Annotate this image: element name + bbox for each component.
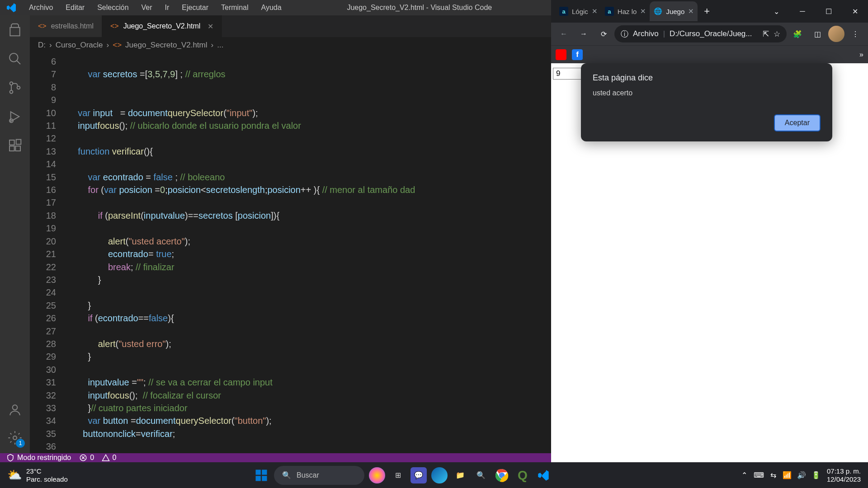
share-icon[interactable]: ⇱: [763, 29, 769, 39]
html-file-icon: <>: [110, 22, 119, 30]
status-bar: Modo restringido 0 0: [0, 453, 551, 462]
teams-icon[interactable]: 💬: [410, 467, 427, 483]
tray-sync-icon[interactable]: ⇆: [770, 471, 776, 479]
taskbar-search[interactable]: 🔍Buscar: [274, 466, 364, 485]
wifi-icon[interactable]: 📶: [783, 471, 792, 479]
address-bar[interactable]: ⓘ Archivo | D:/Curso_Oracle/Jueg... ⇱ ☆: [614, 25, 787, 42]
search-icon[interactable]: [8, 52, 22, 66]
weather-widget[interactable]: ⛅ 23°CParc. soleado: [0, 467, 75, 483]
close-icon[interactable]: ✕: [208, 22, 213, 31]
window-title: Juego_Secreto_V2.html - Visual Studio Co…: [288, 4, 551, 12]
forward-button[interactable]: →: [575, 25, 593, 43]
vscode-logo-icon: [0, 2, 23, 13]
tray-keyboard-icon[interactable]: ⌨: [754, 471, 764, 479]
browser-tab[interactable]: aLógic✕: [556, 1, 601, 21]
menu-selection[interactable]: Selección: [91, 0, 135, 15]
settings-badge: 1: [16, 439, 25, 448]
copilot-icon[interactable]: [369, 467, 385, 483]
chrome-icon[interactable]: [494, 467, 510, 483]
app-icon[interactable]: 🔍: [473, 467, 489, 483]
breadcrumb-segment[interactable]: Juego_Secreto_V2.html: [125, 41, 207, 50]
search-icon: 🔍: [282, 471, 291, 479]
explorer-icon[interactable]: [8, 23, 22, 37]
titlebar: Archivo Editar Selección Ver Ir Ejecutar…: [0, 0, 551, 15]
accept-button[interactable]: Aceptar: [774, 114, 821, 131]
dialog-message: usted acerto: [593, 89, 821, 97]
start-button[interactable]: [253, 467, 269, 483]
tab-estrellas[interactable]: <>estrellas.html: [30, 15, 102, 37]
windows-taskbar: ⛅ 23°CParc. soleado 🔍Buscar ⊞ 💬 📁 🔍 Q ⌃ …: [0, 462, 868, 488]
code-content[interactable]: var secretos =[3,5,7,9] ; // arreglos va…: [68, 53, 551, 453]
svg-point-3: [10, 90, 13, 94]
menu-view[interactable]: Ver: [135, 0, 159, 15]
browser-tab[interactable]: aHaz lo✕: [601, 1, 650, 21]
breadcrumb-segment[interactable]: Curso_Oracle: [56, 41, 103, 50]
svg-line-1: [17, 61, 20, 64]
battery-icon[interactable]: 🔋: [811, 471, 821, 479]
tab-title: Lógic: [572, 8, 588, 15]
youtube-bookmark-icon[interactable]: [556, 49, 566, 60]
chevron-down-icon[interactable]: ⌄: [763, 2, 789, 20]
vscode-window: Archivo Editar Selección Ver Ir Ejecutar…: [0, 0, 551, 462]
browser-tab-active[interactable]: 🌐Juego✕: [650, 1, 698, 21]
menu-terminal[interactable]: Terminal: [215, 0, 255, 15]
new-tab-button[interactable]: +: [698, 5, 716, 17]
close-icon[interactable]: ✕: [592, 7, 598, 15]
close-icon[interactable]: ✕: [688, 7, 694, 15]
chrome-window: aLógic✕ aHaz lo✕ 🌐Juego✕ + ⌄ ─ ☐ ✕ ← → ⟳…: [551, 0, 868, 462]
breadcrumb-segment[interactable]: D:: [38, 41, 46, 50]
settings-icon[interactable]: 1: [8, 431, 22, 445]
tray-chevron-icon[interactable]: ⌃: [741, 471, 747, 479]
file-explorer-icon[interactable]: 📁: [452, 467, 468, 483]
javascript-alert-dialog: Esta página dice usted acerto Aceptar: [581, 63, 832, 141]
breadcrumb[interactable]: D:› Curso_Oracle› <>Juego_Secreto_V2.htm…: [30, 37, 551, 53]
maximize-button[interactable]: ☐: [816, 2, 842, 20]
facebook-bookmark-icon[interactable]: f: [572, 49, 583, 60]
tab-label: Juego_Secreto_V2.html: [123, 22, 201, 30]
tab-juego-secreto[interactable]: <>Juego_Secreto_V2.html✕: [102, 15, 222, 37]
reload-button[interactable]: ⟳: [594, 25, 613, 43]
extensions-icon[interactable]: [8, 138, 22, 153]
tab-title: Juego: [666, 8, 684, 15]
run-debug-icon[interactable]: [8, 109, 22, 124]
chrome-toolbar: ← → ⟳ ⓘ Archivo | D:/Curso_Oracle/Jueg..…: [551, 23, 868, 45]
vscode-taskbar-icon[interactable]: [535, 467, 552, 483]
menu-bar: Archivo Editar Selección Ver Ir Ejecutar…: [23, 0, 288, 15]
bookmark-star-icon[interactable]: ☆: [774, 29, 780, 39]
dialog-title: Esta página dice: [593, 73, 821, 83]
menu-file[interactable]: Archivo: [23, 0, 59, 15]
code-editor[interactable]: 6789101112131415161718192021222324252627…: [30, 53, 551, 453]
profile-avatar[interactable]: [828, 26, 844, 42]
line-numbers: 6789101112131415161718192021222324252627…: [30, 53, 68, 453]
volume-icon[interactable]: 🔊: [797, 471, 806, 479]
menu-go[interactable]: Ir: [159, 0, 176, 15]
site-icon: a: [605, 7, 614, 16]
chevron-right-icon: ›: [107, 41, 109, 50]
clock[interactable]: 07:13 p. m.12/04/2023: [827, 467, 861, 483]
date: 12/04/2023: [827, 475, 861, 483]
extensions-icon[interactable]: 🧩: [788, 25, 807, 43]
restricted-mode[interactable]: Modo restringido: [6, 454, 71, 462]
edge-icon[interactable]: [431, 467, 448, 483]
menu-help[interactable]: Ayuda: [255, 0, 288, 15]
weather-icon: ⛅: [7, 468, 22, 482]
menu-run[interactable]: Ejecutar: [175, 0, 215, 15]
globe-icon: 🌐: [653, 7, 662, 16]
back-button[interactable]: ←: [555, 25, 573, 43]
close-icon[interactable]: ✕: [640, 7, 646, 15]
svg-rect-8: [15, 146, 20, 151]
sidepanel-icon[interactable]: ◫: [808, 25, 826, 43]
source-control-icon[interactable]: [8, 80, 22, 95]
menu-icon[interactable]: ⋮: [846, 25, 864, 43]
bookmarks-overflow[interactable]: »: [859, 51, 863, 59]
close-button[interactable]: ✕: [842, 2, 868, 20]
task-view-icon[interactable]: ⊞: [390, 467, 406, 483]
svg-point-0: [9, 53, 18, 62]
problems[interactable]: 0 0: [79, 454, 116, 462]
svg-point-11: [13, 436, 17, 440]
minimize-button[interactable]: ─: [789, 2, 816, 20]
qgis-icon[interactable]: Q: [514, 467, 531, 483]
breadcrumb-more[interactable]: ...: [217, 41, 223, 50]
menu-edit[interactable]: Editar: [59, 0, 91, 15]
accounts-icon[interactable]: [8, 403, 22, 417]
